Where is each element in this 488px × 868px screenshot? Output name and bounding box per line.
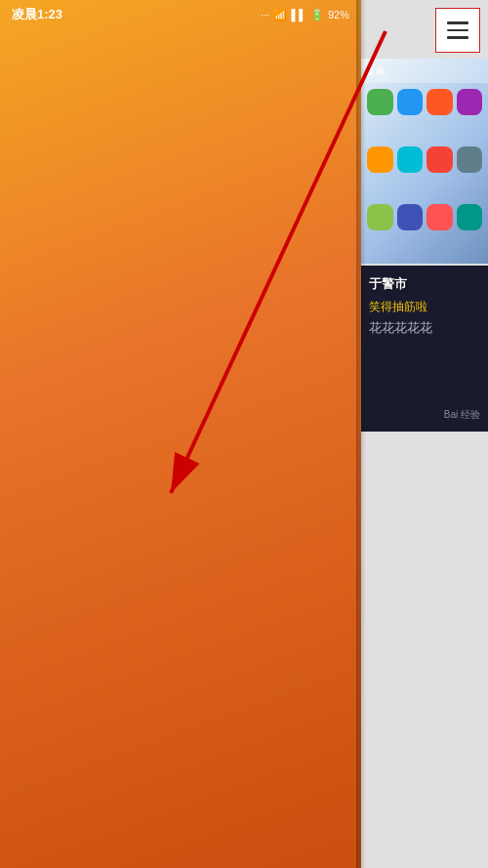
signal-dots-icon: ···: [261, 9, 269, 21]
sidebar-shadow: [356, 0, 366, 868]
phone-screen-mock: [361, 59, 488, 264]
battery-icon: 🔋: [310, 9, 324, 21]
right-panel-top-image: [361, 59, 488, 264]
hamburger-menu-button[interactable]: [435, 8, 480, 53]
hamburger-line-2: [447, 29, 468, 32]
video-chinese-text: 花花花花花: [369, 319, 480, 337]
cellular-icon: ▌▌: [291, 9, 306, 21]
video-headline: 于警市: [369, 273, 480, 293]
hamburger-line-3: [447, 36, 468, 39]
battery-percent: 92%: [328, 9, 349, 21]
video-overlay: 于警市 笑得抽筋啦 花花花花花: [361, 266, 488, 432]
right-panel-bottom-image: 于警市 笑得抽筋啦 花花花花花 Bai 经验: [361, 266, 488, 432]
app-icon-grid: [361, 83, 488, 264]
hamburger-line-1: [447, 21, 468, 24]
phone-top-bar: [361, 59, 488, 83]
wifi-icon: 📶: [273, 9, 287, 21]
video-subtitle: 笑得抽筋啦: [369, 299, 480, 315]
right-panel: 于警市 笑得抽筋啦 花花花花花 Bai 经验: [361, 0, 488, 868]
status-bar: 凌晨1:23 ··· 📶 ▌▌ 🔋 92%: [0, 0, 361, 29]
baidu-watermark: Bai 经验: [444, 408, 480, 422]
status-icons: ··· 📶 ▌▌ 🔋 92%: [261, 9, 349, 21]
status-time: 凌晨1:23: [12, 6, 62, 23]
sidebar: [0, 0, 361, 868]
